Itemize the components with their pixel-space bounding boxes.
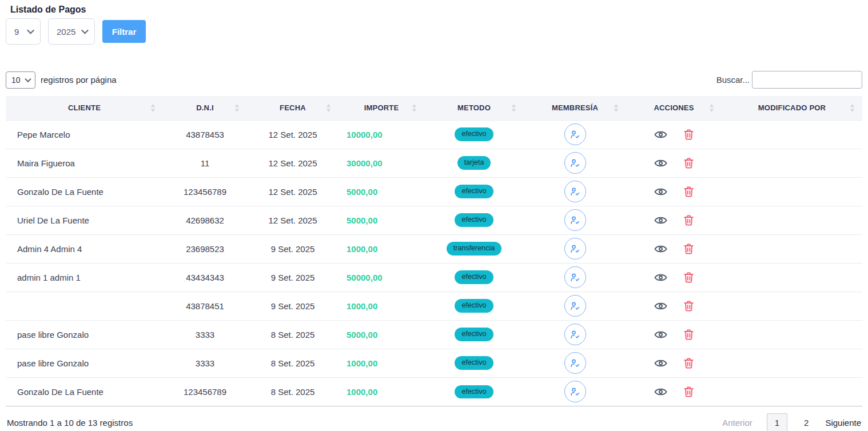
membership-button[interactable] [564, 181, 586, 202]
membership-button[interactable] [564, 324, 586, 345]
next-page-button[interactable]: Siguiente [825, 418, 861, 428]
delete-button[interactable] [684, 215, 694, 226]
table-row: Gonzalo De La Fuente 123456789 12 Set. 2… [6, 177, 862, 206]
view-button[interactable] [654, 216, 667, 225]
page-button-2[interactable]: 2 [802, 414, 811, 431]
view-button[interactable] [654, 301, 667, 311]
cell-cliente: Maira Figueroa [6, 149, 163, 177]
delete-button[interactable] [684, 301, 694, 312]
metodo-badge: tarjeta [457, 156, 491, 170]
membership-button[interactable] [564, 381, 586, 402]
search-input[interactable] [752, 71, 862, 89]
cell-metodo: efectivo [424, 320, 524, 349]
cell-importe: 1000,00 [339, 292, 424, 320]
user-check-icon [570, 215, 580, 226]
metodo-badge: efectivo [455, 299, 493, 313]
column-header-metodo[interactable]: METODO [424, 96, 524, 120]
cell-modificado-por [722, 149, 862, 177]
view-button[interactable] [654, 358, 667, 368]
trash-icon [684, 186, 694, 197]
column-header-membresia[interactable]: MEMBRESÍA [524, 96, 626, 120]
cell-dni: 3333 [163, 320, 247, 349]
cell-acciones [626, 349, 722, 377]
delete-button[interactable] [684, 386, 694, 397]
cell-modificado-por [722, 206, 862, 234]
column-header-acciones[interactable]: ACCIONES [626, 96, 722, 120]
metodo-badge: transferencia [447, 242, 501, 256]
cell-importe: 1000,00 [339, 377, 424, 406]
sort-icon [850, 104, 855, 112]
trash-icon [684, 129, 694, 140]
page-size-label: registros por página [41, 75, 117, 85]
view-button[interactable] [654, 158, 667, 168]
membership-button[interactable] [564, 123, 586, 145]
delete-button[interactable] [684, 129, 694, 140]
page-size-select[interactable]: 10 [6, 71, 35, 89]
cell-membresia [524, 292, 626, 320]
delete-button[interactable] [684, 272, 694, 283]
cell-dni: 123456789 [163, 377, 247, 406]
membership-button[interactable] [564, 295, 586, 317]
cell-membresia [524, 320, 626, 349]
column-header-dni[interactable]: D.N.I [163, 96, 247, 120]
cell-modificado-por [722, 377, 862, 406]
cell-importe: 5000,00 [339, 206, 424, 234]
month-select[interactable]: 9 [6, 18, 41, 45]
table-row: Maira Figueroa 11 12 Set. 2025 30000,00 … [6, 149, 862, 177]
trash-icon [684, 272, 694, 283]
view-button[interactable] [654, 387, 667, 397]
cell-metodo: efectivo [424, 263, 524, 292]
view-button[interactable] [654, 187, 667, 197]
cell-metodo: transferencia [424, 234, 524, 263]
view-button[interactable] [654, 244, 667, 254]
cell-modificado-por [722, 234, 862, 263]
column-header-modificado-por[interactable]: MODIFICADO POR [722, 96, 862, 120]
user-check-icon [570, 329, 580, 340]
year-select[interactable]: 2025 [48, 18, 95, 45]
metodo-badge: efectivo [455, 270, 493, 284]
delete-button[interactable] [684, 358, 694, 369]
trash-icon [684, 215, 694, 226]
user-check-icon [570, 158, 580, 169]
membership-button[interactable] [564, 266, 586, 288]
cell-cliente: pase libre Gonzalo [6, 320, 163, 349]
membership-button[interactable] [564, 238, 586, 260]
cell-importe: 1000,00 [339, 234, 424, 263]
cell-cliente: Uriel De La Fuente [6, 206, 163, 234]
filter-button[interactable]: Filtrar [102, 20, 146, 43]
eye-icon [654, 158, 667, 168]
eye-icon [654, 358, 667, 368]
membership-button[interactable] [564, 352, 586, 374]
delete-button[interactable] [684, 158, 694, 169]
prev-page-button[interactable]: Anterior [722, 418, 752, 428]
cell-acciones [626, 377, 722, 406]
view-button[interactable] [654, 330, 667, 340]
search-control: Buscar... [716, 71, 862, 89]
delete-button[interactable] [684, 329, 694, 340]
cell-fecha: 8 Set. 2025 [247, 349, 339, 377]
cell-importe: 50000,00 [339, 263, 424, 292]
view-button[interactable] [654, 130, 667, 139]
page-button-1[interactable]: 1 [767, 413, 787, 431]
column-header-cliente[interactable]: CLIENTE [6, 96, 163, 120]
cell-fecha: 12 Set. 2025 [247, 149, 339, 177]
delete-button[interactable] [684, 186, 694, 197]
cell-fecha: 8 Set. 2025 [247, 377, 339, 406]
cell-modificado-por [722, 349, 862, 377]
column-header-importe[interactable]: IMPORTE [339, 96, 424, 120]
table-row: pase libre Gonzalo 3333 8 Set. 2025 1000… [6, 349, 862, 377]
eye-icon [654, 244, 667, 254]
eye-icon [654, 273, 667, 282]
column-header-fecha[interactable]: FECHA [247, 96, 339, 120]
cell-modificado-por [722, 120, 862, 149]
view-button[interactable] [654, 273, 667, 282]
payments-table-body: Pepe Marcelo 43878453 12 Set. 2025 10000… [6, 120, 862, 406]
delete-button[interactable] [684, 244, 694, 254]
cell-metodo: efectivo [424, 206, 524, 234]
cell-fecha: 12 Set. 2025 [247, 206, 339, 234]
table-row: Pepe Marcelo 43878453 12 Set. 2025 10000… [6, 120, 862, 149]
sort-icon [150, 104, 156, 112]
cell-dni: 23698523 [163, 234, 247, 263]
membership-button[interactable] [564, 209, 586, 231]
membership-button[interactable] [564, 152, 586, 174]
